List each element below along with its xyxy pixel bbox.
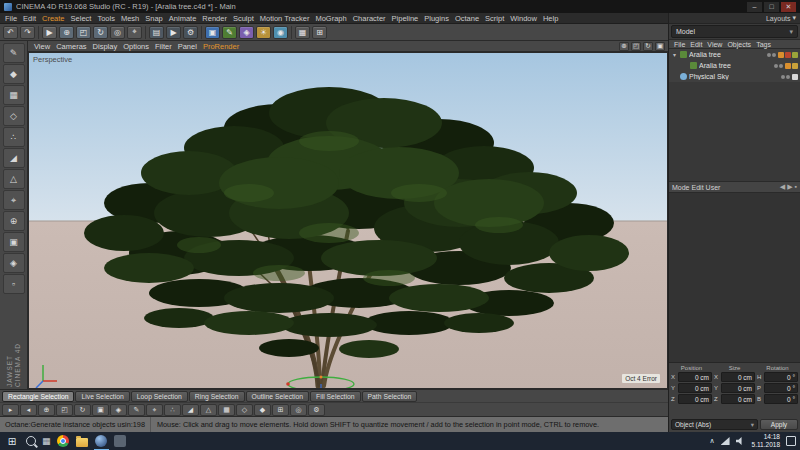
tab-user[interactable]: User bbox=[706, 184, 721, 191]
layouts-label[interactable]: Layouts bbox=[766, 15, 791, 22]
tool-icon[interactable]: ⊕ bbox=[38, 404, 55, 416]
workplane-mode-icon[interactable]: ◇ bbox=[3, 106, 25, 126]
tool-icon[interactable]: ◎ bbox=[290, 404, 307, 416]
maximize-button[interactable]: □ bbox=[764, 2, 779, 12]
rotate-view-icon[interactable]: ↻ bbox=[643, 42, 653, 51]
position-z-field[interactable]: 0 cm bbox=[678, 394, 712, 404]
visibility-dots[interactable] bbox=[767, 53, 776, 57]
pinned-app-icon[interactable] bbox=[114, 435, 127, 448]
redo-icon[interactable]: ↷ bbox=[20, 26, 35, 39]
menu-plugins[interactable]: Plugins bbox=[421, 14, 452, 23]
layout-dropdown[interactable]: Model ▾ bbox=[671, 25, 798, 38]
tool-icon[interactable]: ↻ bbox=[74, 404, 91, 416]
viewport-canvas[interactable]: Perspective Oct 4 Error bbox=[28, 52, 668, 389]
history-back-icon[interactable]: ◀ bbox=[780, 183, 785, 191]
path-selection-button[interactable]: Path Selection bbox=[362, 391, 418, 402]
render-picture-viewer-icon[interactable]: ▶ bbox=[166, 26, 181, 39]
clock[interactable]: 14:18 5.11.2018 bbox=[752, 433, 780, 449]
menu-pipeline[interactable]: Pipeline bbox=[389, 14, 422, 23]
om-menu-file[interactable]: File bbox=[672, 41, 687, 48]
menu-create[interactable]: Create bbox=[39, 14, 68, 23]
generator-icon[interactable]: ◈ bbox=[239, 26, 254, 39]
tool-icon[interactable]: ◂ bbox=[20, 404, 37, 416]
tool-icon[interactable]: △ bbox=[200, 404, 217, 416]
menu-render[interactable]: Render bbox=[199, 14, 230, 23]
apply-button[interactable]: Apply bbox=[760, 419, 798, 430]
menu-octane[interactable]: Octane bbox=[452, 14, 482, 23]
tool-icon[interactable]: ⊞ bbox=[272, 404, 289, 416]
live-selection-icon[interactable]: ▶ bbox=[42, 26, 57, 39]
tool-icon[interactable]: ◆ bbox=[254, 404, 271, 416]
texture-mode-icon[interactable]: ▦ bbox=[3, 85, 25, 105]
object-row-aralia-tree-child[interactable]: Aralia tree bbox=[669, 60, 800, 71]
tag-chips[interactable] bbox=[785, 63, 798, 69]
position-x-field[interactable]: 0 cm bbox=[678, 372, 712, 382]
viewport-menu-cameras[interactable]: Cameras bbox=[53, 42, 89, 51]
tab-mode[interactable]: Mode bbox=[672, 184, 690, 191]
outline-selection-button[interactable]: Outline Selection bbox=[246, 391, 309, 402]
tool-icon[interactable]: ⌖ bbox=[146, 404, 163, 416]
start-button[interactable]: ⊞ bbox=[4, 436, 20, 447]
visibility-dots[interactable] bbox=[781, 75, 790, 79]
menu-snap[interactable]: Snap bbox=[142, 14, 166, 23]
rotation-b-field[interactable]: 0 ° bbox=[764, 394, 798, 404]
menu-motion-tracker[interactable]: Motion Tracker bbox=[257, 14, 313, 23]
object-row-physical-sky[interactable]: Physical Sky bbox=[669, 71, 800, 82]
snap-icon[interactable]: ▫ bbox=[3, 274, 25, 294]
live-selection-button[interactable]: Live Selection bbox=[75, 391, 129, 402]
viewport-menu-prorender[interactable]: ProRender bbox=[200, 42, 242, 51]
rotation-p-field[interactable]: 0 ° bbox=[764, 383, 798, 393]
coordinate-system-icon[interactable]: ⌖ bbox=[127, 26, 142, 39]
menu-file[interactable]: File bbox=[2, 14, 20, 23]
menu-select[interactable]: Select bbox=[68, 14, 95, 23]
deformer-icon[interactable]: ◈ bbox=[3, 253, 25, 273]
network-icon[interactable] bbox=[721, 437, 730, 445]
spline-pen-icon[interactable]: ✎ bbox=[222, 26, 237, 39]
om-menu-tags[interactable]: Tags bbox=[754, 41, 773, 48]
coord-mode-dropdown[interactable]: Object (Abs) ▾ bbox=[671, 419, 758, 430]
scale-icon[interactable]: ◰ bbox=[76, 26, 91, 39]
menu-window[interactable]: Window bbox=[507, 14, 540, 23]
tray-expand-icon[interactable]: ∧ bbox=[709, 437, 714, 445]
toggle-view-icon[interactable]: ▣ bbox=[655, 42, 665, 51]
menu-tools[interactable]: Tools bbox=[94, 14, 118, 23]
points-mode-icon[interactable]: ∴ bbox=[3, 127, 25, 147]
camera-icon[interactable]: ◉ bbox=[273, 26, 288, 39]
viewport-menu-view[interactable]: View bbox=[31, 42, 53, 51]
tab-edit[interactable]: Edit bbox=[692, 184, 704, 191]
render-settings-icon[interactable]: ⚙ bbox=[183, 26, 198, 39]
loop-selection-button[interactable]: Loop Selection bbox=[131, 391, 188, 402]
ring-selection-button[interactable]: Ring Selection bbox=[189, 391, 245, 402]
notification-center-icon[interactable] bbox=[786, 436, 796, 446]
rotate-icon[interactable]: ↻ bbox=[93, 26, 108, 39]
viewport-menu-filter[interactable]: Filter bbox=[152, 42, 175, 51]
viewport-menu-display[interactable]: Display bbox=[90, 42, 121, 51]
tool-icon[interactable]: ⚙ bbox=[308, 404, 325, 416]
make-editable-icon[interactable]: ✎ bbox=[3, 43, 25, 63]
object-row-aralia-tree[interactable]: ▾ Aralia tree bbox=[669, 49, 800, 60]
menu-mesh[interactable]: Mesh bbox=[118, 14, 142, 23]
history-forward-icon[interactable]: ▶ bbox=[787, 183, 792, 191]
close-button[interactable]: ✕ bbox=[781, 2, 796, 12]
om-menu-view[interactable]: View bbox=[705, 41, 724, 48]
zoom-view-icon[interactable]: ◰ bbox=[631, 42, 641, 51]
viewport-menu-options[interactable]: Options bbox=[120, 42, 152, 51]
menu-script[interactable]: Script bbox=[482, 14, 507, 23]
position-y-field[interactable]: 0 cm bbox=[678, 383, 712, 393]
tool-icon[interactable]: ▣ bbox=[92, 404, 109, 416]
edges-mode-icon[interactable]: ◢ bbox=[3, 148, 25, 168]
minimize-button[interactable]: – bbox=[747, 2, 762, 12]
menu-animate[interactable]: Animate bbox=[166, 14, 200, 23]
file-explorer-icon[interactable] bbox=[76, 435, 89, 448]
fill-selection-button[interactable]: Fill Selection bbox=[310, 391, 361, 402]
size-z-field[interactable]: 0 cm bbox=[721, 394, 755, 404]
pan-view-icon[interactable]: ⊕ bbox=[619, 42, 629, 51]
tool-icon[interactable]: ◰ bbox=[56, 404, 73, 416]
object-name[interactable]: Aralia tree bbox=[699, 62, 731, 69]
lock-icon[interactable]: ▪ bbox=[795, 183, 797, 191]
tool-icon[interactable]: ▸ bbox=[2, 404, 19, 416]
tag-chips[interactable] bbox=[792, 74, 798, 80]
om-menu-edit[interactable]: Edit bbox=[688, 41, 704, 48]
size-x-field[interactable]: 0 cm bbox=[721, 372, 755, 382]
display-mode-icon[interactable]: ▦ bbox=[295, 26, 310, 39]
